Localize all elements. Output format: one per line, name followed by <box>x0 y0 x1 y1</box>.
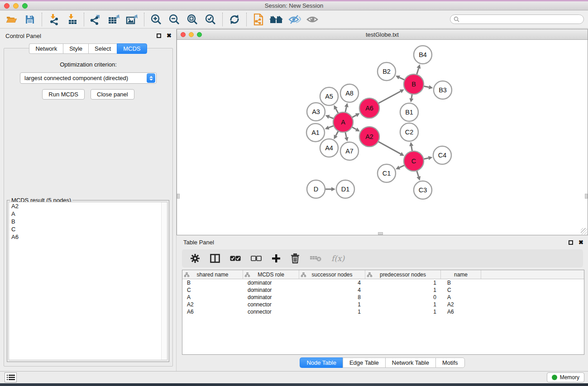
add-row-button[interactable] <box>272 254 281 263</box>
column-header-successor-nodes[interactable]: successor nodes <box>299 270 365 279</box>
table-row[interactable]: A6connector11A6 <box>182 308 584 315</box>
show-selected-button[interactable] <box>305 12 320 27</box>
node-A7[interactable]: A7 <box>340 142 359 160</box>
column-header-name[interactable]: name <box>441 270 481 279</box>
search-input[interactable] <box>459 16 583 23</box>
node-C1[interactable]: C1 <box>378 164 396 182</box>
node-B4[interactable]: B4 <box>414 46 432 64</box>
task-history-button[interactable] <box>5 372 17 382</box>
result-item[interactable]: A <box>9 210 167 218</box>
node-A6[interactable]: A6 <box>359 98 379 118</box>
column-header-shared-name[interactable]: shared name <box>182 270 243 279</box>
table-cell: 1 <box>365 286 441 294</box>
optimization-select[interactable]: largest connected component (directed) <box>20 72 157 84</box>
tab-network[interactable]: Network <box>29 43 63 54</box>
search-area <box>450 14 584 24</box>
deselect-all-button[interactable] <box>251 256 262 261</box>
result-item[interactable]: B <box>9 218 167 225</box>
function-builder-button[interactable]: f(x) <box>331 254 344 263</box>
table-row[interactable]: Adominator80A <box>182 294 584 301</box>
result-item[interactable]: A2 <box>9 202 167 210</box>
export-image-button[interactable] <box>124 12 140 27</box>
open-session-button[interactable] <box>4 12 19 27</box>
node-A[interactable]: A <box>333 112 353 132</box>
gear-button[interactable] <box>190 253 200 263</box>
close-panel-icon[interactable]: ✖ <box>167 33 172 38</box>
control-panel: Control Panel ✖ Network Style Select MCD… <box>0 29 177 371</box>
tab-mcds[interactable]: MCDS <box>117 43 147 54</box>
zoom-out-button[interactable] <box>167 12 182 27</box>
new-network-button[interactable] <box>251 12 266 27</box>
tree-icon <box>301 272 306 277</box>
table-toolbar: f(x) <box>182 249 583 267</box>
node-B[interactable]: B <box>404 74 424 94</box>
export-table-button[interactable] <box>106 12 122 27</box>
node-D[interactable]: D <box>307 180 325 198</box>
hide-selected-button[interactable] <box>287 12 302 27</box>
result-item[interactable]: A6 <box>9 233 167 241</box>
table-cell: A <box>441 294 481 301</box>
tab-network-table[interactable]: Network Table <box>385 357 435 368</box>
tree-icon <box>367 272 372 277</box>
mcds-result-list[interactable]: A2ABCA6 <box>9 202 167 360</box>
import-network-button[interactable] <box>46 12 62 27</box>
delete-table-button[interactable] <box>310 255 321 262</box>
node-A2[interactable]: A2 <box>359 127 379 147</box>
delete-row-button[interactable] <box>291 253 300 263</box>
close-panel-button[interactable]: Close panel <box>91 89 134 100</box>
table-row[interactable]: Cdominator41C <box>182 286 584 294</box>
node-A1[interactable]: A1 <box>306 124 325 142</box>
table-row[interactable]: Bdominator41B <box>182 279 584 286</box>
deselect-all-icon <box>251 256 262 261</box>
node-C3[interactable]: C3 <box>414 181 432 199</box>
node-D1[interactable]: D1 <box>336 180 354 198</box>
result-item[interactable]: C <box>9 225 167 233</box>
columns-button[interactable] <box>210 254 220 263</box>
zoom-in-icon <box>150 14 162 25</box>
tab-motifs[interactable]: Motifs <box>435 357 465 368</box>
memory-button[interactable]: Memory <box>547 372 584 382</box>
zoom-selected-button[interactable] <box>203 12 218 27</box>
tab-node-table[interactable]: Node Table <box>300 357 343 368</box>
float-table-panel-icon[interactable] <box>569 240 573 245</box>
zoom-in-button[interactable] <box>148 12 164 27</box>
column-header-mcds-role[interactable]: MCDS role <box>243 270 299 279</box>
node-A3[interactable]: A3 <box>307 103 325 121</box>
edge-arrowhead <box>344 103 349 107</box>
run-mcds-button[interactable]: Run MCDS <box>42 89 85 100</box>
node-B3[interactable]: B3 <box>434 81 452 99</box>
node-A5[interactable]: A5 <box>320 87 338 105</box>
select-all-button[interactable] <box>230 256 241 261</box>
tab-edge-table[interactable]: Edge Table <box>343 357 385 368</box>
column-header-predecessor-nodes[interactable]: predecessor nodes <box>365 270 441 279</box>
network-window-title: testGlobe.txt <box>177 31 588 38</box>
control-panel-tabs: Network Style Select MCDS <box>0 43 176 54</box>
search-field[interactable] <box>450 14 584 24</box>
import-table-button[interactable] <box>64 12 80 27</box>
node-C2[interactable]: C2 <box>400 123 418 141</box>
node-A4[interactable]: A4 <box>320 139 338 157</box>
zoom-fit-button[interactable] <box>185 12 200 27</box>
float-panel-icon[interactable] <box>157 33 161 38</box>
node-B1[interactable]: B1 <box>400 103 418 121</box>
resize-grip[interactable] <box>581 228 587 234</box>
node-C4[interactable]: C4 <box>433 146 451 164</box>
show-all-button[interactable] <box>269 12 284 27</box>
export-network-button[interactable] <box>88 12 104 27</box>
tab-style[interactable]: Style <box>63 43 88 54</box>
close-table-panel-icon[interactable]: ✖ <box>578 240 583 245</box>
result-scrollbar[interactable] <box>161 202 167 360</box>
network-graph: AA1A2A3A4A5A6A7A8BB1B2B3B4CC1C2C3C4DD1 <box>177 40 582 235</box>
network-canvas[interactable]: AA1A2A3A4A5A6A7A8BB1B2B3B4CC1C2C3C4DD1 <box>177 40 588 235</box>
table-row[interactable]: A2connector11A2 <box>182 301 584 308</box>
node-label: C4 <box>438 152 447 159</box>
refresh-button[interactable] <box>227 12 242 27</box>
node-table[interactable]: shared name MCDS role <box>182 270 584 355</box>
node-C[interactable]: C <box>404 151 424 171</box>
tab-select[interactable]: Select <box>88 43 117 54</box>
main-titlebar[interactable]: Session: New Session <box>0 1 588 10</box>
node-A8[interactable]: A8 <box>340 84 359 102</box>
network-window-titlebar[interactable]: testGlobe.txt <box>177 29 588 40</box>
save-session-button[interactable] <box>22 12 38 27</box>
node-B2[interactable]: B2 <box>378 62 396 81</box>
